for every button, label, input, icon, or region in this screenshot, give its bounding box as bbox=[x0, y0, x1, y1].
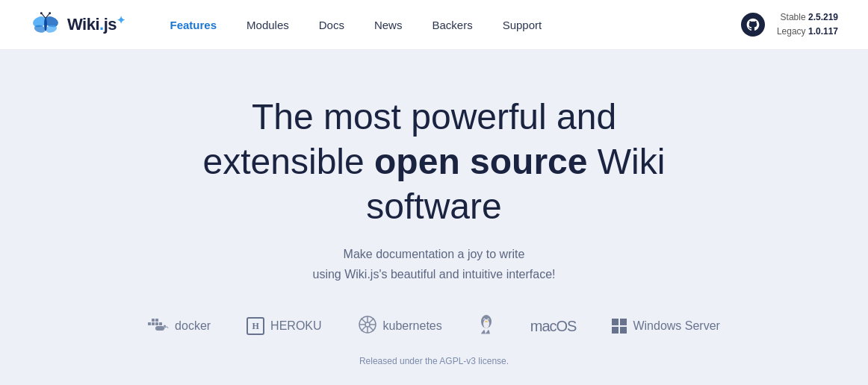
version-info: Stable 2.5.219 Legacy 1.0.117 bbox=[777, 10, 838, 39]
linux-icon bbox=[478, 314, 495, 338]
svg-rect-9 bbox=[148, 322, 151, 325]
heroku-label: HEROKU bbox=[270, 319, 321, 333]
nav-news[interactable]: News bbox=[374, 19, 403, 31]
nav-support[interactable]: Support bbox=[503, 19, 542, 31]
svg-rect-13 bbox=[152, 319, 155, 322]
platform-heroku: H HEROKU bbox=[247, 317, 321, 335]
svg-point-16 bbox=[164, 325, 166, 328]
hero-title: The most powerful and extensible open so… bbox=[135, 95, 733, 229]
nav-backers[interactable]: Backers bbox=[432, 19, 472, 31]
heroku-icon: H bbox=[247, 317, 264, 335]
platform-macos: macOS bbox=[530, 318, 577, 335]
legacy-version: Legacy 1.0.117 bbox=[777, 25, 838, 39]
header-right: Stable 2.5.219 Legacy 1.0.117 bbox=[741, 10, 838, 39]
svg-line-26 bbox=[361, 327, 365, 331]
platform-windows: Windows Server bbox=[612, 319, 719, 334]
kubernetes-icon bbox=[358, 315, 377, 337]
platform-linux bbox=[478, 314, 495, 338]
platform-kubernetes: kubernetes bbox=[358, 315, 442, 337]
site-header: Wiki.js✦ Features Modules Docs News Back… bbox=[0, 0, 868, 50]
logo-text: Wiki.js✦ bbox=[67, 14, 125, 34]
svg-line-23 bbox=[361, 319, 365, 323]
nav-docs[interactable]: Docs bbox=[319, 19, 344, 31]
kubernetes-label: kubernetes bbox=[383, 319, 442, 333]
svg-point-31 bbox=[484, 319, 485, 320]
hero-subtitle: Make documentation a joy to write using … bbox=[313, 244, 556, 284]
nav-modules[interactable]: Modules bbox=[247, 19, 289, 31]
license-text: Released under the AGPL-v3 license. bbox=[359, 356, 509, 366]
logo-link[interactable]: Wiki.js✦ bbox=[30, 9, 125, 40]
platforms-row: docker H HEROKU bbox=[148, 314, 720, 338]
svg-point-32 bbox=[488, 319, 489, 320]
svg-point-33 bbox=[485, 321, 488, 322]
github-icon bbox=[745, 17, 760, 32]
svg-rect-12 bbox=[159, 322, 162, 325]
hero-section: The most powerful and extensible open so… bbox=[0, 50, 868, 385]
nav-features[interactable]: Features bbox=[170, 19, 217, 31]
svg-line-25 bbox=[369, 319, 373, 323]
svg-rect-15 bbox=[155, 326, 164, 331]
svg-line-24 bbox=[369, 327, 373, 331]
svg-point-7 bbox=[40, 12, 43, 14]
windows-icon bbox=[612, 319, 627, 334]
main-nav: Features Modules Docs News Backers Suppo… bbox=[170, 19, 741, 31]
logo-icon bbox=[30, 9, 61, 40]
stable-version: Stable 2.5.219 bbox=[777, 10, 838, 25]
svg-point-8 bbox=[49, 12, 51, 14]
svg-rect-14 bbox=[155, 319, 158, 322]
svg-point-18 bbox=[365, 322, 370, 327]
svg-point-4 bbox=[44, 18, 47, 31]
svg-point-28 bbox=[483, 319, 489, 328]
macos-label: macOS bbox=[530, 318, 577, 335]
github-link[interactable] bbox=[741, 13, 765, 37]
docker-label: docker bbox=[175, 319, 211, 333]
docker-icon bbox=[148, 316, 169, 336]
platform-docker: docker bbox=[148, 316, 211, 336]
svg-rect-11 bbox=[155, 322, 158, 325]
windows-label: Windows Server bbox=[633, 319, 719, 333]
svg-rect-10 bbox=[152, 322, 155, 325]
